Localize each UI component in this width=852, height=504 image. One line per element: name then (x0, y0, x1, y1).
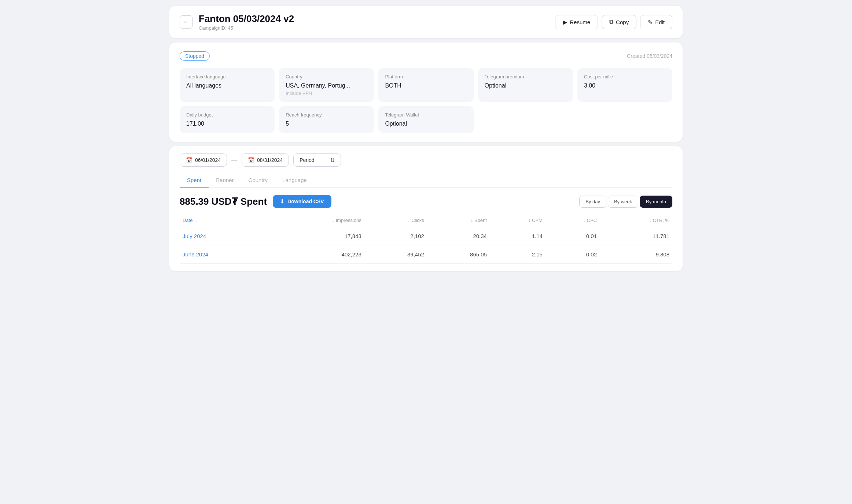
period-label: Period (300, 157, 314, 163)
cell-cpc: 0.02 (546, 245, 600, 264)
download-csv-label: Download CSV (287, 199, 324, 204)
by-day-button[interactable]: By day (579, 196, 606, 208)
header-left: ← Fanton 05/03/2024 v2 CampaignID: 45 (180, 13, 294, 31)
cell-ctr: 11.781 (600, 227, 672, 245)
info-grid-row1: Interface language All languages Country… (180, 68, 672, 102)
copy-label: Copy (616, 19, 629, 25)
download-icon: ⬇ (280, 199, 284, 204)
spent-row: 885.39 USD₮ Spent ⬇ Download CSV By day … (180, 195, 672, 208)
card-top-row: Stopped Created 05/03/2024 (180, 51, 672, 61)
by-week-button[interactable]: By week (608, 196, 638, 208)
info-cell: Daily budget 171.00 (180, 106, 275, 133)
info-cell-value: 5 (286, 121, 367, 127)
period-select[interactable]: Period ⇅ (293, 153, 341, 167)
edit-label: Edit (655, 19, 665, 25)
resume-button[interactable]: ▶ Resume (555, 15, 598, 29)
campaign-id: CampaignID: 45 (199, 25, 294, 31)
date-from-value: 06/01/2024 (195, 157, 221, 163)
group-buttons: By day By week By month (579, 196, 672, 208)
calendar-to-icon: 📅 (248, 157, 254, 163)
date-range-row: 📅 06/01/2024 — 📅 08/31/2024 Period ⇅ (180, 153, 672, 167)
header-actions: ▶ Resume ⧉ Copy ✎ Edit (555, 15, 672, 29)
cell-impressions: 17,843 (267, 227, 364, 245)
info-cell: Interface language All languages (180, 68, 275, 102)
info-cell-value: All languages (186, 82, 268, 89)
info-cell-value: BOTH (385, 82, 467, 89)
info-cell: Platform BOTH (378, 68, 473, 102)
back-button[interactable]: ← (180, 15, 193, 29)
col-clicks[interactable]: ↓ Clicks (364, 214, 427, 227)
table-body: July 2024 17,843 2,102 20.34 1.14 0.01 1… (180, 227, 672, 264)
resume-label: Resume (570, 19, 590, 25)
info-cell: Country USA, Germany, Portug... Include … (279, 68, 374, 102)
info-cell-label: Interface language (186, 74, 268, 79)
info-cell-label: Daily budget (186, 112, 268, 118)
info-cell-label: Telegram Wallet (385, 112, 467, 118)
info-cell: Telegram premium Optional (478, 68, 573, 102)
header-card: ← Fanton 05/03/2024 v2 CampaignID: 45 ▶ … (169, 6, 683, 38)
col-ctr[interactable]: ↓ CTR, % (600, 214, 672, 227)
table-header: Date ↓ ↓ Impressions ↓ Clicks ↓ Spent ↓ … (180, 214, 672, 227)
created-date: Created 05/03/2024 (627, 53, 672, 59)
cell-clicks: 2,102 (364, 227, 427, 245)
info-cell: Telegram Wallet Optional (378, 106, 473, 133)
cell-date: June 2024 (180, 245, 267, 264)
cell-cpm: 2.15 (490, 245, 546, 264)
calendar-from-icon: 📅 (186, 157, 192, 163)
campaign-title: Fanton 05/03/2024 v2 (199, 13, 294, 25)
cell-ctr: 9.808 (600, 245, 672, 264)
col-date[interactable]: Date ↓ (180, 214, 267, 227)
info-cell-sub: Include VPN (286, 90, 367, 96)
date-from-button[interactable]: 📅 06/01/2024 (180, 153, 227, 167)
date-to-button[interactable]: 📅 08/31/2024 (242, 153, 289, 167)
date-to-value: 08/31/2024 (257, 157, 283, 163)
date-separator: — (231, 157, 237, 163)
info-cell-value: Optional (385, 121, 467, 127)
table-row: July 2024 17,843 2,102 20.34 1.14 0.01 1… (180, 227, 672, 245)
info-cell-value: USA, Germany, Portug... (286, 82, 367, 89)
info-cell-label: Platform (385, 74, 467, 79)
info-cell: Cost per mille 3.00 (577, 68, 672, 102)
campaign-info-card: Stopped Created 05/03/2024 Interface lan… (169, 42, 683, 142)
status-badge: Stopped (180, 51, 210, 61)
tab-country[interactable]: Country (241, 173, 275, 188)
info-cell-value: 3.00 (584, 82, 666, 89)
cell-cpc: 0.01 (546, 227, 600, 245)
copy-icon: ⧉ (609, 19, 613, 25)
back-icon: ← (183, 18, 190, 26)
col-cpc[interactable]: ↓ CPC (546, 214, 600, 227)
chevron-icon: ⇅ (330, 157, 335, 163)
tab-banner[interactable]: Banner (209, 173, 241, 188)
info-cell: Reach frequency 5 (279, 106, 374, 133)
cell-clicks: 39,452 (364, 245, 427, 264)
data-table: Date ↓ ↓ Impressions ↓ Clicks ↓ Spent ↓ … (180, 214, 672, 264)
info-cell-value: Optional (485, 82, 566, 89)
total-spent: 885.39 USD₮ Spent (180, 196, 267, 207)
info-cell-value: 171.00 (186, 121, 268, 127)
spent-left: 885.39 USD₮ Spent ⬇ Download CSV (180, 195, 331, 208)
col-impressions[interactable]: ↓ Impressions (267, 214, 364, 227)
cell-impressions: 402,223 (267, 245, 364, 264)
table-header-row: Date ↓ ↓ Impressions ↓ Clicks ↓ Spent ↓ … (180, 214, 672, 227)
info-grid-row2: Daily budget 171.00 Reach frequency 5 Te… (180, 106, 672, 133)
page-wrapper: ← Fanton 05/03/2024 v2 CampaignID: 45 ▶ … (169, 6, 683, 271)
analytics-card: 📅 06/01/2024 — 📅 08/31/2024 Period ⇅ Spe… (169, 146, 683, 271)
info-cell-label: Country (286, 74, 367, 79)
col-spent[interactable]: ↓ Spent (427, 214, 490, 227)
resume-icon: ▶ (563, 19, 567, 26)
info-cell-label: Reach frequency (286, 112, 367, 118)
by-month-button[interactable]: By month (640, 196, 672, 208)
tab-language[interactable]: Language (275, 173, 314, 188)
tab-spent[interactable]: Spent (180, 173, 209, 188)
edit-icon: ✎ (648, 19, 653, 26)
col-cpm[interactable]: ↓ CPM (490, 214, 546, 227)
info-cell-label: Telegram premium (485, 74, 566, 79)
copy-button[interactable]: ⧉ Copy (602, 15, 636, 29)
download-csv-button[interactable]: ⬇ Download CSV (273, 195, 331, 208)
table-row: June 2024 402,223 39,452 865.05 2.15 0.0… (180, 245, 672, 264)
cell-cpm: 1.14 (490, 227, 546, 245)
cell-spent: 20.34 (427, 227, 490, 245)
cell-date: July 2024 (180, 227, 267, 245)
cell-spent: 865.05 (427, 245, 490, 264)
edit-button[interactable]: ✎ Edit (640, 15, 672, 29)
